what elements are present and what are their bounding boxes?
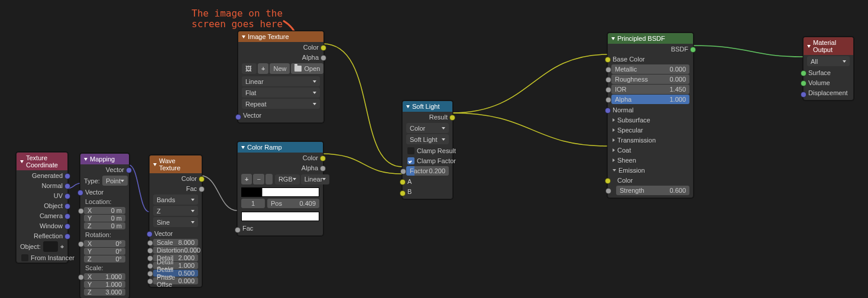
input-displacement[interactable]: Displacement: [804, 88, 853, 100]
location-x[interactable]: X0 m: [84, 207, 125, 214]
location-y[interactable]: Y0 m: [84, 215, 125, 222]
input-vector[interactable]: Vector: [238, 110, 323, 122]
output-color[interactable]: Color: [238, 153, 323, 163]
output-bsdf[interactable]: BSDF: [608, 44, 693, 54]
input-normal[interactable]: Normal: [608, 105, 693, 115]
scale-z[interactable]: Z3.000: [84, 289, 125, 296]
input-roughness[interactable]: Roughness0.000: [611, 74, 689, 84]
rotation-x[interactable]: X0°: [84, 240, 125, 247]
node-image-texture[interactable]: Image Texture Color Alpha 🖼 New Open Lin…: [238, 31, 324, 123]
collapse-icon[interactable]: [611, 37, 615, 40]
target-dropdown[interactable]: All: [807, 56, 850, 66]
input-fac[interactable]: Fac: [238, 223, 323, 235]
collapse-icon[interactable]: [242, 35, 245, 38]
node-soft-light[interactable]: Soft Light Result Color Soft Light Clamp…: [402, 101, 453, 199]
projection-dropdown[interactable]: Flat: [242, 88, 320, 98]
from-instancer-checkbox[interactable]: From Instancer: [17, 252, 67, 263]
profile-dropdown[interactable]: Sine: [153, 217, 198, 227]
collapse-icon[interactable]: [20, 160, 24, 163]
output-fac[interactable]: Fac: [150, 183, 202, 193]
node-color-ramp[interactable]: Color Ramp Color Alpha − RGB Linear 1 Po…: [237, 141, 323, 236]
input-surface[interactable]: Surface: [804, 67, 853, 77]
output-color[interactable]: Color: [238, 42, 323, 52]
output-alpha[interactable]: Alpha: [238, 163, 323, 173]
add-image-button[interactable]: [258, 63, 268, 74]
group-sheen[interactable]: Sheen: [608, 155, 693, 165]
output-reflection[interactable]: Reflection: [17, 231, 67, 241]
output-result[interactable]: Result: [403, 112, 452, 122]
collapse-icon[interactable]: [84, 158, 88, 161]
clamp-result-checkbox[interactable]: Clamp Result: [403, 145, 452, 156]
node-header[interactable]: Principled BSDF: [608, 33, 693, 44]
node-header[interactable]: Texture Coordinate: [17, 153, 67, 170]
ramp-mode-dropdown[interactable]: RGB: [275, 174, 300, 184]
ramp-add-stop[interactable]: [241, 174, 252, 184]
input-volume[interactable]: Volume: [804, 77, 853, 88]
input-vector[interactable]: Vector: [150, 228, 202, 238]
output-alpha[interactable]: Alpha: [238, 52, 323, 62]
new-image-button[interactable]: New: [270, 63, 290, 74]
output-normal[interactable]: Normal: [17, 180, 67, 190]
node-header[interactable]: Wave Texture: [150, 156, 202, 173]
group-subsurface[interactable]: Subsurface: [608, 115, 693, 125]
node-header[interactable]: Material Output: [804, 37, 853, 55]
ramp-remove-stop[interactable]: −: [253, 174, 264, 184]
collapse-icon[interactable]: [153, 163, 157, 166]
collapse-icon[interactable]: [406, 105, 410, 108]
node-header[interactable]: Mapping: [80, 154, 129, 164]
input-a[interactable]: A: [403, 176, 452, 186]
node-mapping[interactable]: Mapping Vector Type: Point Vector Locati…: [80, 153, 129, 298]
scale-y[interactable]: Y1.000: [84, 281, 125, 288]
input-emission-strength[interactable]: Strength0.600: [616, 186, 689, 195]
data-type-dropdown[interactable]: Color: [406, 123, 449, 133]
input-vector[interactable]: Vector: [80, 187, 129, 197]
object-picker[interactable]: Object: ⌖: [17, 241, 67, 252]
node-header[interactable]: Color Ramp: [238, 142, 323, 153]
ramp-stop-index[interactable]: 1: [241, 199, 265, 208]
group-transmission[interactable]: Transmission: [608, 135, 693, 145]
collapse-icon[interactable]: [807, 45, 811, 48]
node-wave-texture[interactable]: Wave Texture Color Fac Bands Z Sine Vect…: [149, 155, 202, 287]
node-texture-coordinate[interactable]: Texture Coordinate Generated Normal UV O…: [16, 152, 68, 263]
clamp-factor-checkbox[interactable]: Clamp Factor: [403, 156, 452, 166]
input-emission-color[interactable]: Color: [608, 175, 693, 185]
output-window[interactable]: Window: [17, 221, 67, 231]
input-factor[interactable]: Factor0.200: [406, 166, 449, 176]
output-camera[interactable]: Camera: [17, 210, 67, 221]
param-distortion[interactable]: Distortion0.000: [153, 247, 198, 254]
node-header[interactable]: Soft Light: [403, 101, 452, 112]
ramp-swatch[interactable]: [241, 212, 319, 221]
blend-mode-dropdown[interactable]: Soft Light: [406, 134, 449, 144]
collapse-icon[interactable]: [241, 146, 245, 149]
input-metallic[interactable]: Metallic0.000: [611, 64, 689, 74]
ramp-stop-position[interactable]: Pos0.409: [267, 199, 319, 208]
node-principled-bsdf[interactable]: Principled BSDF BSDF Base Color Metallic…: [607, 33, 694, 198]
node-header[interactable]: Image Texture: [238, 31, 323, 42]
node-material-output[interactable]: Material Output All Surface Volume Displ…: [803, 37, 854, 101]
output-generated[interactable]: Generated: [17, 170, 67, 180]
input-base-color[interactable]: Base Color: [608, 54, 693, 64]
image-browse-button[interactable]: 🖼: [242, 63, 257, 74]
output-color[interactable]: Color: [150, 173, 202, 183]
output-vector[interactable]: Vector: [80, 164, 129, 174]
input-b[interactable]: B: [403, 186, 452, 199]
ramp-interp-dropdown[interactable]: Linear: [301, 174, 330, 184]
extension-dropdown[interactable]: Repeat: [242, 99, 320, 109]
input-ior[interactable]: IOR1.450: [611, 85, 689, 94]
type-dropdown[interactable]: Point: [102, 176, 128, 186]
scale-x[interactable]: X1.000: [84, 273, 125, 280]
param-scale[interactable]: Scale8.000: [153, 239, 198, 246]
location-z[interactable]: Z0 m: [84, 222, 125, 229]
group-coat[interactable]: Coat: [608, 145, 693, 155]
bands-dropdown[interactable]: Bands: [153, 195, 198, 205]
param-phase-offset[interactable]: Phase Offse0.000: [153, 277, 198, 284]
direction-dropdown[interactable]: Z: [153, 206, 198, 216]
interpolation-dropdown[interactable]: Linear: [242, 76, 320, 86]
rotation-z[interactable]: Z0°: [84, 255, 125, 263]
ramp-menu[interactable]: [265, 174, 273, 184]
input-alpha[interactable]: Alpha1.000: [611, 95, 689, 104]
ramp-gradient[interactable]: [241, 187, 319, 197]
output-object[interactable]: Object: [17, 200, 67, 210]
eyedropper-icon[interactable]: ⌖: [60, 243, 64, 251]
rotation-y[interactable]: Y0°: [84, 248, 125, 255]
